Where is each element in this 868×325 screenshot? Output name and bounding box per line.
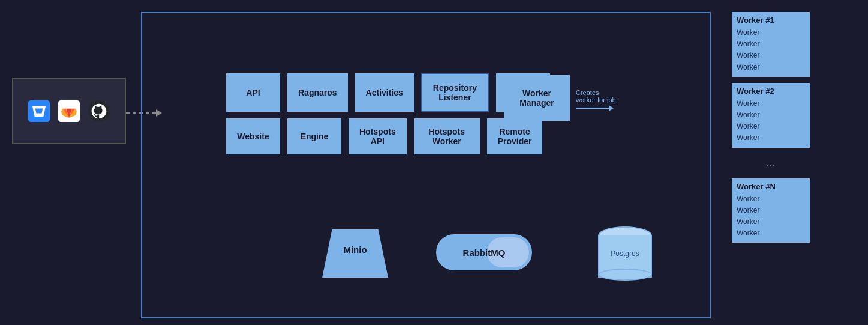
rabbitmq-pill: RabbitMQ (436, 234, 532, 270)
minio-label: Minio (322, 245, 388, 255)
creates-label: Createsworker for job (576, 89, 616, 103)
worker-2-item-4: Worker (737, 132, 805, 144)
svg-rect-2 (88, 100, 110, 122)
gitlab-icon (57, 99, 81, 123)
worker-group-2: Worker #2 Worker Worker Worker Worker (732, 83, 810, 148)
worker-1-item-2: Worker (737, 38, 805, 50)
worker-1-item-4: Worker (737, 62, 805, 73)
services-row-1: API Ragnaros Activities RepositoryListen… (226, 73, 550, 112)
arrow-head-right (609, 105, 614, 111)
api-box[interactable]: API (226, 73, 280, 112)
svg-rect-0 (28, 100, 50, 122)
minio-shape: Minio (322, 229, 388, 278)
worker-2-item-2: Worker (737, 109, 805, 121)
website-box[interactable]: Website (226, 118, 280, 154)
worker-group-1-title: Worker #1 (737, 16, 805, 25)
worker-2-item-1: Worker (737, 98, 805, 109)
worker-1-item-3: Worker (737, 50, 805, 61)
canvas: API Ragnaros Activities RepositoryListen… (0, 0, 868, 325)
arrow-h-line (576, 108, 609, 109)
engine-box[interactable]: Engine (287, 118, 341, 154)
worker-1-item-1: Worker (737, 27, 805, 38)
hotspots-worker-box[interactable]: HotspotsWorker (414, 118, 480, 154)
cyl-bottom (598, 269, 652, 281)
worker-group-n-title: Worker #N (737, 182, 805, 191)
services-row-2: Website Engine HotspotsAPI HotspotsWorke… (226, 118, 542, 154)
worker-group-n: Worker #N Worker Worker Worker Worker (732, 178, 810, 243)
postgres-label: Postgres (611, 249, 639, 258)
workers-column: Worker #1 Worker Worker Worker Worker Wo… (732, 12, 810, 243)
worker-group-1: Worker #1 Worker Worker Worker Worker (732, 12, 810, 77)
worker-2-item-3: Worker (737, 121, 805, 132)
rabbitmq-label: RabbitMQ (463, 248, 506, 258)
hotspots-api-box[interactable]: HotspotsAPI (349, 118, 407, 154)
remote-provider-box[interactable]: RemoteProvider (487, 118, 543, 154)
repository-listener-box[interactable]: RepositoryListener (421, 73, 489, 112)
worker-n-item-2: Worker (737, 205, 805, 216)
repos-box (12, 78, 126, 144)
creates-arrow-line (576, 105, 616, 111)
worker-manager-box[interactable]: WorkerManager (504, 75, 570, 121)
worker-dots: ... (732, 154, 810, 172)
worker-group-2-title: Worker #2 (737, 87, 805, 96)
postgres-shape: Postgres (598, 226, 652, 281)
main-container: API Ragnaros Activities RepositoryListen… (141, 12, 711, 318)
postgres-cylinder: Postgres (598, 226, 652, 281)
worker-n-item-1: Worker (737, 193, 805, 205)
ragnaros-box[interactable]: Ragnaros (287, 73, 348, 112)
worker-n-item-3: Worker (737, 216, 805, 228)
rabbitmq-shape: RabbitMQ (436, 234, 532, 270)
github-icon (87, 99, 111, 123)
worker-n-item-4: Worker (737, 228, 805, 239)
creates-arrow-group: Createsworker for job (576, 89, 616, 111)
activities-box[interactable]: Activities (355, 73, 414, 112)
bitbucket-icon (27, 99, 51, 123)
